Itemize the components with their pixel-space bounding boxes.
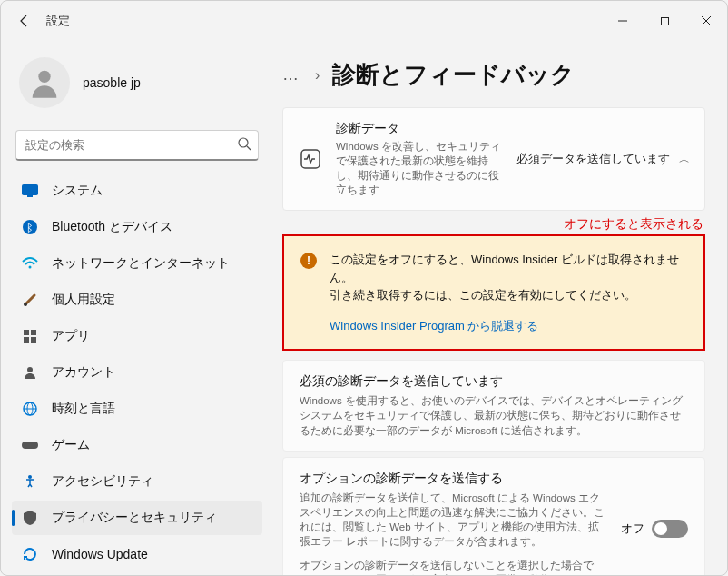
required-data-card: 必須の診断データを送信しています Windows を使用すると、お使いのデバイス… — [282, 360, 705, 451]
nav-label: Bluetooth とデバイス — [52, 219, 172, 235]
sidebar-item-windows-update[interactable]: Windows Update — [12, 537, 262, 571]
card-title: 必須の診断データを送信しています — [300, 373, 688, 390]
apps-icon — [21, 327, 39, 345]
diagnostic-data-card[interactable]: 診断データ Windows を改善し、セキュリティで保護された最新の状態を維持し… — [282, 107, 705, 211]
insider-warning-card: ! この設定をオフにすると、Windows Insider ビルドは取得されませ… — [282, 234, 705, 351]
leave-insider-link[interactable]: Windows Insider Program から脱退する — [330, 317, 687, 335]
breadcrumb: … › 診断とフィードバック — [282, 59, 705, 91]
svg-point-4 — [38, 71, 50, 83]
sidebar-item-gaming[interactable]: ゲーム — [12, 428, 262, 462]
nav-label: 時刻と言語 — [52, 401, 115, 417]
chevron-up-icon[interactable]: ︿ — [679, 152, 690, 167]
sidebar-item-system[interactable]: システム — [12, 174, 262, 208]
annotation-text: オフにすると表示される — [282, 216, 703, 233]
svg-point-5 — [239, 138, 248, 147]
shield-icon — [21, 509, 39, 527]
optional-data-card: オプションの診断データを送信する 追加の診断データを送信して、Microsoft… — [282, 457, 705, 575]
sidebar-item-personalization[interactable]: 個人用設定 — [12, 283, 262, 317]
nav-label: ゲーム — [52, 437, 90, 453]
game-icon — [21, 436, 39, 454]
brush-icon — [21, 291, 39, 309]
app-title: 設定 — [46, 13, 70, 29]
nav-label: 個人用設定 — [52, 292, 115, 308]
sidebar-item-accessibility[interactable]: アクセシビリティ — [12, 464, 262, 499]
sidebar-item-network[interactable]: ネットワークとインターネット — [12, 246, 262, 281]
bluetooth-icon — [21, 218, 39, 236]
warning-icon: ! — [300, 253, 317, 269]
card-title: オプションの診断データを送信する — [300, 471, 605, 487]
svg-point-11 — [24, 303, 27, 306]
system-icon — [21, 182, 39, 200]
nav-label: アカウント — [52, 364, 115, 381]
card-subtitle: Windows を使用すると、お使いのデバイスでは、デバイスとオペレーティング … — [300, 393, 688, 437]
accessibility-icon — [21, 472, 39, 491]
search-icon — [237, 136, 251, 154]
close-button[interactable] — [685, 6, 727, 35]
page-title: 診断とフィードバック — [332, 59, 575, 91]
svg-rect-13 — [31, 330, 36, 335]
sidebar-item-time-language[interactable]: 時刻と言語 — [12, 392, 262, 426]
svg-rect-12 — [24, 330, 29, 335]
nav-label: アクセシビリティ — [52, 473, 153, 490]
sidebar-item-apps[interactable]: アプリ — [12, 319, 262, 353]
svg-rect-7 — [22, 184, 38, 195]
nav-label: プライバシーとセキュリティ — [52, 510, 217, 526]
diagnostic-icon — [298, 146, 323, 172]
chevron-right-icon: › — [315, 67, 320, 84]
optional-data-toggle[interactable] — [652, 520, 688, 538]
svg-rect-8 — [27, 195, 33, 197]
card-extra: オプションの診断データを送信しないことを選択した場合でも、デバイスは同じように安… — [300, 558, 605, 575]
search-input[interactable] — [15, 130, 259, 161]
card-subtitle: Windows を改善し、セキュリティで保護された最新の状態を維持し、期待通りに… — [336, 139, 504, 197]
card-title: 診断データ — [336, 121, 504, 137]
breadcrumb-more[interactable]: … — [282, 65, 302, 84]
maximize-button[interactable] — [644, 6, 685, 35]
svg-rect-15 — [31, 337, 36, 343]
svg-rect-1 — [661, 17, 668, 25]
svg-rect-14 — [24, 337, 29, 343]
svg-point-21 — [28, 475, 32, 479]
update-icon — [21, 545, 39, 563]
sidebar-item-accounts[interactable]: アカウント — [12, 355, 262, 390]
warning-line-2: 引き続き取得するには、この設定を有効にしてください。 — [330, 286, 687, 304]
globe-icon — [21, 400, 39, 418]
avatar — [19, 57, 70, 108]
back-button[interactable] — [10, 7, 37, 35]
warning-line-1: この設定をオフにすると、Windows Insider ビルドは取得されません。 — [330, 251, 687, 286]
nav-label: システム — [52, 183, 103, 199]
card-subtitle: 追加の診断データを送信して、Microsoft による Windows エクスペ… — [300, 491, 605, 549]
svg-point-16 — [27, 367, 33, 372]
nav-label: Windows Update — [52, 547, 148, 561]
user-name: pasoble jp — [83, 75, 141, 90]
wifi-icon — [21, 254, 39, 273]
account-icon — [21, 363, 39, 382]
diagnostic-status: 必須データを送信しています — [516, 152, 670, 167]
svg-rect-20 — [22, 442, 38, 449]
nav-label: ネットワークとインターネット — [52, 255, 230, 272]
svg-point-10 — [29, 266, 32, 269]
nav-label: アプリ — [52, 328, 90, 344]
minimize-button[interactable] — [602, 6, 644, 35]
sidebar-item-bluetooth[interactable]: Bluetooth とデバイス — [12, 210, 262, 244]
svg-line-6 — [247, 146, 251, 150]
toggle-label: オフ — [621, 521, 644, 537]
sidebar-item-privacy[interactable]: プライバシーとセキュリティ — [12, 501, 262, 535]
